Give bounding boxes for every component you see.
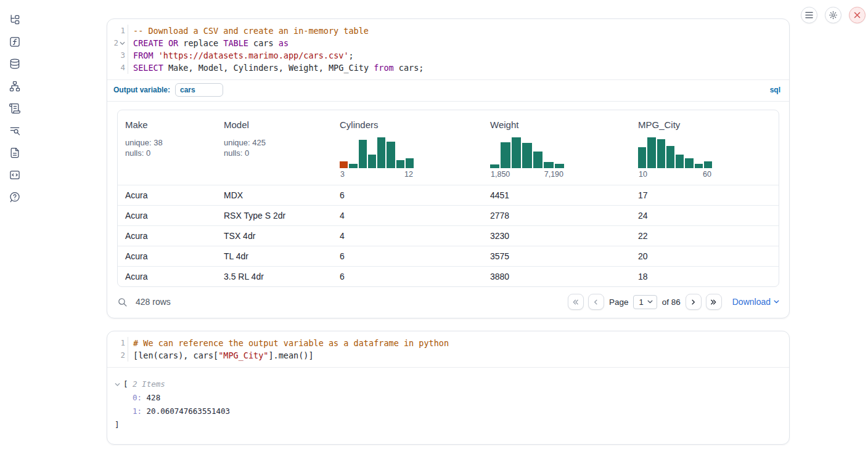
column-header[interactable]: Weight1,8507,190 (483, 110, 631, 185)
column-header[interactable]: MPG_City1060 (631, 110, 779, 185)
code-token: as (279, 38, 289, 48)
histogram-bar[interactable] (533, 152, 542, 168)
search-button[interactable] (117, 297, 128, 307)
dataframe-table: Makeunique: 38nulls: 0Modelunique: 425nu… (117, 110, 779, 287)
line-number-gutter: 1 (107, 25, 128, 37)
line-number-gutter: 2 (107, 37, 128, 49)
table-cell: 24 (631, 211, 779, 220)
sidebar-item-snippets[interactable] (9, 169, 21, 181)
item-value: 20.060747663551403 (142, 407, 230, 416)
table-row[interactable]: AcuraRSX Type S 2dr4277824 (118, 205, 779, 225)
code-text: CREATE OR replace TABLE cars as (128, 37, 289, 49)
chevrons-right-icon (710, 299, 717, 305)
line-number: 3 (120, 49, 125, 62)
table-row[interactable]: AcuraTSX 4dr4323022 (118, 225, 779, 246)
histogram-bar[interactable] (377, 137, 385, 168)
sidebar-item-documentation[interactable] (9, 147, 21, 159)
item-value: 428 (142, 393, 160, 402)
language-badge: sql (770, 86, 780, 94)
code-token: from (374, 63, 394, 73)
histogram-bar[interactable] (544, 162, 553, 168)
histogram-bar[interactable] (647, 137, 655, 168)
last-page-button[interactable] (706, 294, 722, 310)
histogram-bar[interactable] (359, 140, 367, 168)
column-stat: unique: 38 (125, 137, 209, 148)
table-row[interactable]: AcuraTL 4dr6357520 (118, 246, 779, 266)
page-select[interactable]: 1 (633, 295, 657, 309)
fold-chevron-icon[interactable] (120, 41, 125, 46)
table-cell: Acura (118, 190, 216, 200)
histogram-bar[interactable] (406, 158, 414, 168)
histogram-bar[interactable] (368, 155, 376, 168)
code-text: # We can reference the output variable a… (128, 337, 449, 349)
histogram-bar[interactable] (704, 161, 712, 168)
chevron-down-icon (774, 300, 779, 304)
histogram-bar[interactable] (349, 164, 357, 168)
histogram-bar[interactable] (396, 160, 404, 168)
next-page-button[interactable] (686, 294, 702, 310)
histogram-bar[interactable] (676, 155, 684, 168)
line-number: 4 (120, 62, 125, 74)
table-cell: 6 (332, 190, 483, 200)
table-cell: 4451 (483, 190, 631, 200)
histogram-bar[interactable] (522, 143, 531, 168)
histogram-bars (638, 136, 712, 168)
code-text: FROM 'https://datasets.marimo.app/cars.c… (128, 49, 354, 62)
column-name: Cylinders (340, 119, 475, 131)
histogram-min-label: 3 (340, 170, 345, 179)
histogram-bar[interactable] (657, 139, 665, 168)
settings-button[interactable] (825, 7, 841, 23)
sidebar-item-logs[interactable] (9, 102, 21, 115)
python-code-editor[interactable]: 1# We can reference the output variable … (107, 331, 789, 368)
code-line: 4SELECT Make, Model, Cylinders, Weight, … (107, 62, 789, 74)
column-header[interactable]: Cylinders312 (332, 110, 483, 185)
sidebar-item-variables[interactable] (9, 36, 21, 48)
tree-root-line: [ 2 Items (115, 378, 780, 391)
prev-page-button[interactable] (588, 294, 604, 310)
histogram-bar[interactable] (501, 142, 510, 168)
code-token (163, 38, 168, 48)
download-button[interactable]: Download (732, 297, 779, 307)
histogram-bar[interactable] (695, 164, 703, 168)
code-token (154, 51, 158, 60)
sidebar-item-files[interactable] (9, 14, 21, 26)
line-number: 2 (113, 37, 118, 49)
sql-code-editor[interactable]: 1-- Download a CSV and create an in-memo… (107, 19, 789, 80)
output-variable-input[interactable] (175, 83, 223, 97)
line-number-gutter: 4 (107, 62, 128, 74)
histogram-bar[interactable] (666, 146, 674, 168)
histogram-bar[interactable] (555, 164, 564, 168)
histogram-bar[interactable] (638, 147, 646, 168)
histogram-bar[interactable] (490, 164, 499, 168)
code-token: ; (349, 51, 354, 60)
dependency-graph-icon (9, 80, 21, 92)
table-row[interactable]: Acura3.5 RL 4dr6388018 (118, 266, 779, 286)
sidebar-item-datasources[interactable] (9, 58, 21, 70)
help-circle-icon (9, 191, 21, 203)
table-row[interactable]: AcuraMDX6445117 (118, 185, 779, 205)
sidebar-item-dependencies[interactable] (9, 80, 21, 92)
column-header[interactable]: Modelunique: 425nulls: 0 (216, 110, 332, 185)
shutdown-button[interactable] (849, 7, 866, 23)
histogram-bar[interactable] (512, 137, 521, 168)
code-token: CREATE (133, 38, 163, 48)
histogram-bar[interactable] (387, 142, 395, 168)
code-token: # We can reference the output variable a… (133, 338, 449, 348)
menu-button[interactable] (801, 7, 817, 23)
histogram-bar[interactable] (685, 158, 693, 168)
line-number-gutter: 3 (107, 49, 128, 62)
collapse-chevron-icon[interactable] (115, 382, 120, 387)
folder-tree-icon (9, 14, 21, 26)
table-cell: TL 4dr (216, 251, 332, 261)
histogram-bar[interactable] (340, 161, 348, 168)
sidebar-item-help[interactable] (9, 191, 21, 203)
chevrons-left-icon (572, 299, 579, 305)
chevron-down-icon (647, 300, 653, 304)
table-cell: 3230 (483, 231, 631, 241)
line-number: 1 (120, 337, 125, 349)
first-page-button[interactable] (568, 294, 584, 310)
sidebar-item-outline[interactable] (9, 124, 21, 137)
tree-close-line: ] (115, 418, 780, 432)
line-number-gutter: 1 (107, 337, 128, 349)
column-header[interactable]: Makeunique: 38nulls: 0 (118, 110, 216, 185)
